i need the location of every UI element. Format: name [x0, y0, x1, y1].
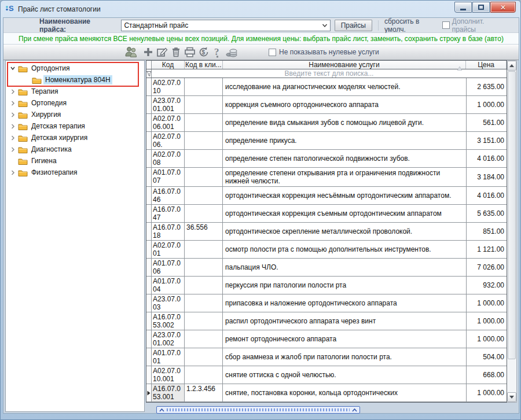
table-row[interactable]: A16.07.047ортодонтическая коррекция съем…: [146, 205, 507, 223]
table-row[interactable]: A16.07.046ортодонтическая коррекция несъ…: [146, 187, 507, 205]
vertical-scrollbar[interactable]: [507, 60, 517, 403]
edit-icon[interactable]: [155, 45, 169, 59]
cell-price: 1 000.00: [467, 294, 507, 312]
coins-icon[interactable]: [225, 45, 239, 59]
add-icon[interactable]: [141, 45, 155, 59]
close-button[interactable]: ✕: [490, 2, 516, 13]
additional-prices-checkbox[interactable]: [442, 21, 450, 29]
table-row[interactable]: A01.07.004перкуссия при патологии полост…: [146, 277, 507, 294]
horizontal-scrollbar[interactable]: [156, 406, 360, 414]
clients-icon[interactable]: [124, 45, 138, 59]
current-row-indicator: [146, 384, 152, 401]
cell-code: A16.07.047: [152, 205, 185, 222]
delete-icon[interactable]: [169, 45, 183, 59]
price-select[interactable]: Стандартный прайс: [121, 20, 330, 31]
cell-service-name: исследование на диагностических моделях …: [223, 78, 467, 95]
tree-node[interactable]: Ортодонтия: [6, 62, 144, 74]
scroll-down-button[interactable]: [507, 392, 516, 402]
tree-node-label: Диагностика: [30, 145, 74, 154]
hide-zero-services-label: Не показывать нулевые услуги: [279, 48, 379, 56]
table-row[interactable]: A02.07.008определение степен патологичес…: [146, 150, 507, 168]
tree-node[interactable]: Гигиена: [6, 155, 144, 167]
table-row[interactable]: A01.07.006пальпация ЧЛО.7 026.00: [146, 259, 507, 277]
column-header-clinic-code[interactable]: Код в кли...: [185, 61, 223, 69]
tree-node[interactable]: Диагностика: [6, 143, 144, 155]
table-row[interactable]: A23.07.001.001коррекция съемного ортодон…: [146, 96, 507, 114]
tree-node-label: Номенклатура 804Н: [43, 75, 112, 84]
chevron-collapsed-icon[interactable]: [9, 146, 16, 152]
cell-service-name: ортодонтическое скрепление металлической…: [223, 223, 467, 240]
chevron-collapsed-icon[interactable]: [9, 170, 16, 175]
tree-node[interactable]: Детская терапия: [6, 120, 144, 132]
table-row[interactable]: A01.07.007определение степени открывания…: [146, 168, 507, 187]
row-gutter: [146, 114, 152, 131]
tree-node-label: Детская терапия: [30, 121, 87, 131]
tree-node[interactable]: Физиотерапия: [6, 167, 144, 178]
scroll-up-button[interactable]: [507, 61, 516, 71]
hide-zero-services-checkbox[interactable]: [269, 49, 276, 56]
table-row[interactable]: A02.07.001осмотр полости рта с помощью д…: [146, 241, 507, 259]
row-gutter: [146, 223, 152, 240]
prices-button[interactable]: Прайсы: [335, 20, 372, 31]
table-row[interactable]: A23.07.003припасовка и наложение ортодон…: [146, 294, 507, 312]
chevron-expanded-icon[interactable]: [9, 65, 16, 71]
row-gutter: [146, 96, 152, 113]
chevron-collapsed-icon[interactable]: [9, 135, 16, 141]
cell-clinic-code: [185, 150, 223, 167]
cell-code: A16.07.053.002: [152, 312, 185, 330]
column-header-service-name[interactable]: Наименование услуги: [223, 61, 466, 69]
folder-icon: [18, 100, 28, 107]
maximize-button[interactable]: [472, 2, 490, 13]
tree-node[interactable]: Ортопедия: [6, 97, 144, 109]
chevron-collapsed-icon[interactable]: [9, 89, 16, 94]
search-placeholder: Введите текст для поиска...: [152, 69, 507, 78]
tree-node[interactable]: Хирургия: [6, 109, 144, 120]
toolbar-separator: [378, 20, 379, 31]
cell-clinic-code: [185, 187, 223, 204]
table-row[interactable]: A16.07.053.002распил ортодонтического ап…: [146, 312, 507, 330]
table-row[interactable]: A01.07.001сбор анамнеза и жалоб при пато…: [146, 348, 507, 366]
close-icon: ✕: [500, 3, 506, 12]
price-name-label: Наименование прайса:: [39, 17, 118, 34]
chevron-collapsed-icon[interactable]: [9, 112, 16, 117]
row-gutter: [146, 348, 152, 366]
hscroll-track[interactable]: [167, 408, 350, 411]
row-gutter: [146, 241, 152, 258]
recalculate-prices-icon[interactable]: $: [197, 45, 211, 59]
cell-service-name: коррекция съемного ортодонического аппар…: [223, 96, 467, 113]
tree-node[interactable]: Терапия: [6, 86, 144, 97]
table-row[interactable]: A23.07.001.002ремонт ортодонического апп…: [146, 330, 507, 348]
cell-clinic-code: [185, 96, 223, 113]
table-row[interactable]: A02.07.006.001определение вида смыкания …: [146, 114, 507, 132]
price-toolbar: Наименование прайса: Стандартный прайс П…: [3, 18, 519, 33]
table-row[interactable]: A02.07.010исследование на диагностически…: [146, 78, 507, 96]
chevron-collapsed-icon[interactable]: [9, 123, 16, 129]
cell-service-name: снятие оттиска с одной челюстью.: [223, 366, 467, 384]
table-row[interactable]: A02.07.006.определение прикуса.3 151.00: [146, 132, 507, 150]
search-row[interactable]: Введите текст для поиска...: [146, 69, 507, 78]
tree-node[interactable]: Детская хирургия: [6, 132, 144, 143]
tree-node-label: Детская хирургия: [30, 133, 89, 142]
chevron-collapsed-icon[interactable]: [9, 100, 16, 106]
cell-price: 5 635.00: [467, 205, 507, 222]
cell-clinic-code: [185, 330, 223, 348]
help-icon[interactable]: ?: [211, 45, 225, 59]
cell-clinic-code: [185, 366, 223, 384]
cell-price: 3 184.00: [467, 168, 507, 186]
vertical-scrollbar-thumb[interactable]: [508, 71, 516, 359]
tree-node[interactable]: Номенклатура 804Н: [6, 74, 144, 86]
table-row[interactable]: A16.07.01836.556ортодонтическое скреплен…: [146, 223, 507, 241]
tree-node-label: Ортопедия: [30, 98, 68, 108]
cell-service-name: ортодонтическая коррекция несъёмным орто…: [223, 187, 467, 204]
table-row[interactable]: A02.07.010.001снятие оттиска с одной чел…: [146, 366, 507, 384]
cell-price: 668.00: [467, 366, 507, 384]
table-row[interactable]: A16.07.053.0011.2.3.456снятие, постановк…: [146, 384, 507, 402]
column-header-code[interactable]: Код: [152, 61, 185, 69]
svg-text:S: S: [9, 4, 14, 13]
tree-node-label: Физиотерапия: [30, 168, 79, 177]
row-gutter: [146, 132, 152, 149]
minimize-button[interactable]: [454, 2, 472, 13]
print-icon[interactable]: [183, 45, 197, 59]
reset-default-link[interactable]: сбросить в умолч.: [384, 17, 442, 34]
column-header-price[interactable]: Цена: [466, 61, 507, 69]
